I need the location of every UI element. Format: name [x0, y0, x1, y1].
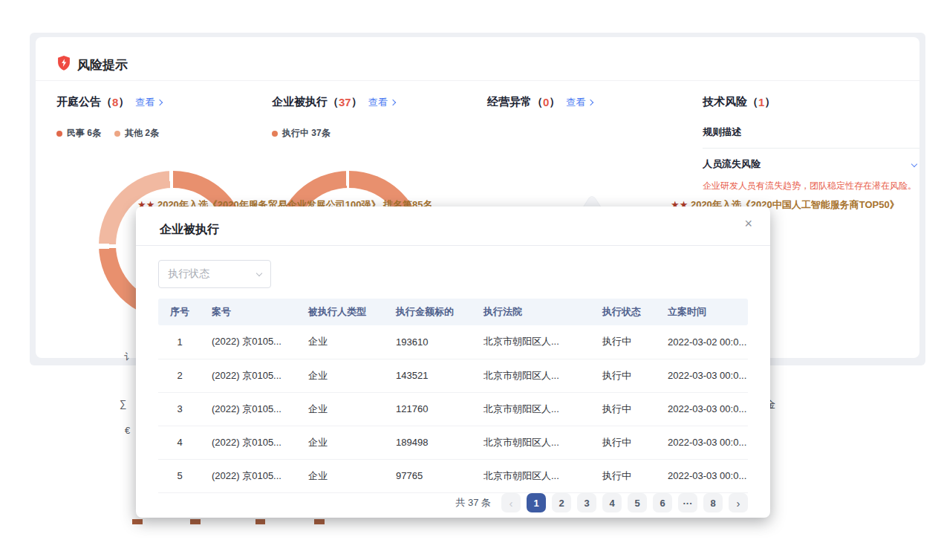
section-title-tech: 技术风险 （1）: [703, 95, 919, 109]
modal-header-divider: [136, 245, 770, 246]
count-badge: 37: [339, 96, 351, 108]
cell-4: 北京市朝阳区人...: [473, 459, 592, 492]
chevron-down-icon: [256, 270, 262, 276]
risk-item-row[interactable]: 人员流失风险: [703, 157, 919, 171]
cell-1: (2022) 京0105...: [201, 359, 298, 392]
column-header-2: 被执行人类型: [298, 299, 385, 325]
table-row: 2(2022) 京0105...企业143521北京市朝阳区人...执行中202…: [158, 359, 748, 392]
cell-5: 执行中: [592, 359, 657, 392]
view-link-enforcement[interactable]: 查看: [368, 96, 395, 109]
column-header-3: 执行金额标的: [385, 299, 473, 325]
cell-2: 企业: [298, 392, 385, 426]
pagination-page-8[interactable]: 8: [703, 493, 723, 512]
cell-4: 北京市朝阳区人...: [473, 359, 592, 392]
legend-item: 其他 2条: [114, 127, 159, 140]
occluded-bar-fragment: [255, 519, 265, 524]
cell-5: 执行中: [592, 459, 657, 492]
shield-bolt-icon: [56, 55, 71, 74]
header-divider: [36, 80, 919, 81]
cell-2: 企业: [298, 426, 385, 459]
cell-5: 执行中: [592, 325, 657, 359]
cell-1: (2022) 京0105...: [201, 459, 298, 492]
view-link-abnormal[interactable]: 查看: [566, 96, 593, 109]
cell-0: 4: [158, 426, 201, 459]
cell-4: 北京市朝阳区人...: [473, 426, 592, 459]
cell-5: 执行中: [592, 392, 657, 426]
chevron-down-icon[interactable]: [911, 161, 917, 167]
cell-1: (2022) 京0105...: [201, 325, 298, 359]
risk-item-title: 人员流失风险: [703, 157, 761, 171]
table-body: 1(2022) 京0105...企业193610北京市朝阳区人...执行中202…: [158, 325, 748, 492]
cell-0: 5: [158, 459, 201, 492]
table-row: 3(2022) 京0105...企业121760北京市朝阳区人...执行中202…: [158, 392, 748, 426]
total-count-label: 共 37 条: [455, 496, 491, 509]
pagination-page-5[interactable]: 5: [628, 493, 647, 512]
cell-2: 企业: [298, 459, 385, 492]
cell-3: 97765: [385, 459, 473, 492]
column-header-5: 执行状态: [592, 299, 657, 325]
pagination: 共 37 条 ‹123456···8›: [455, 493, 748, 512]
pagination-page-4[interactable]: 4: [602, 493, 622, 512]
chevron-right-icon: [587, 99, 593, 105]
enforcement-table: 序号案号被执行人类型执行金额标的执行法院执行状态立案时间 1(2022) 京01…: [158, 299, 748, 493]
cell-3: 143521: [385, 359, 473, 392]
pagination-ellipsis[interactable]: ···: [678, 493, 697, 512]
cell-2: 企业: [298, 325, 385, 359]
occluded-bar-fragment: [190, 519, 201, 524]
execution-status-select[interactable]: 执行状态: [158, 260, 271, 288]
cell-0: 2: [158, 359, 201, 392]
enforcement-modal: 企业被执行 × 执行状态 序号案号被执行人类型执行金额标的执行法院执行状态立案时…: [136, 206, 770, 518]
cell-1: (2022) 京0105...: [201, 392, 298, 426]
screen: 风险提示 开庭公告 （8） 查看 民事 6条 其他 2条 企业被执行 （37） …: [0, 0, 941, 560]
table-row: 4(2022) 京0105...企业189498北京市朝阳区人...执行中202…: [158, 426, 748, 459]
risk-item-description: 企业研发人员有流失趋势，团队稳定性存在潜在风险。: [703, 180, 919, 192]
section-title-enforcement: 企业被执行 （37） 查看: [272, 95, 480, 109]
pagination-page-6[interactable]: 6: [653, 493, 672, 512]
rule-description-label: 规则描述: [703, 126, 919, 139]
section-enforcement: 企业被执行 （37） 查看 执行中 37条: [272, 95, 480, 140]
occluded-text-fragment: €: [125, 425, 130, 436]
view-link-court[interactable]: 查看: [135, 96, 162, 109]
modal-title: 企业被执行: [160, 222, 219, 238]
section-title-court: 开庭公告 （8） 查看: [56, 95, 264, 109]
section-title-abnormal: 经营异常 （0） 查看: [487, 95, 695, 109]
legend-item: 民事 6条: [56, 127, 101, 140]
cell-0: 1: [158, 325, 201, 359]
pagination-page-2[interactable]: 2: [552, 493, 571, 512]
count-badge: 1: [758, 96, 764, 108]
pagination-page-3[interactable]: 3: [577, 493, 596, 512]
panel-title: 风险提示: [77, 56, 128, 74]
count-badge: 8: [112, 96, 118, 108]
cell-6: 2022-03-03 00:0...: [657, 392, 748, 426]
section-court-announcements: 开庭公告 （8） 查看 民事 6条 其他 2条: [56, 95, 264, 140]
column-header-6: 立案时间: [657, 299, 748, 325]
column-header-1: 案号: [201, 299, 298, 325]
select-placeholder: 执行状态: [168, 267, 209, 281]
cell-3: 121760: [385, 392, 473, 426]
cell-3: 189498: [385, 426, 473, 459]
pagination-page-1[interactable]: 1: [527, 493, 546, 512]
column-header-0: 序号: [158, 299, 201, 325]
legend-enforcement: 执行中 37条: [272, 127, 480, 140]
table-row: 1(2022) 京0105...企业193610北京市朝阳区人...执行中202…: [158, 325, 748, 359]
section-abnormal-operation: 经营异常 （0） 查看: [487, 95, 695, 109]
cell-6: 2022-03-03 00:0...: [657, 459, 748, 492]
column-header-4: 执行法院: [473, 299, 592, 325]
count-badge: 0: [543, 96, 549, 108]
chevron-right-icon: [157, 99, 163, 105]
cell-3: 193610: [385, 325, 473, 359]
occluded-text-fragment: 讠: [124, 351, 134, 364]
chevron-right-icon: [389, 99, 395, 105]
cell-6: 2022-03-03 00:0...: [657, 426, 748, 459]
pagination-prev[interactable]: ‹: [501, 493, 521, 512]
pagination-next[interactable]: ›: [729, 493, 748, 512]
close-icon[interactable]: ×: [744, 217, 752, 230]
legend-item: 执行中 37条: [272, 127, 331, 140]
cell-4: 北京市朝阳区人...: [473, 325, 592, 359]
occluded-bar-fragment: [314, 519, 325, 524]
legend-dot-icon: [114, 131, 120, 137]
risk-panel-header: 风险提示: [56, 55, 128, 74]
section-tech-risk: 技术风险 （1） 规则描述 人员流失风险 企业研发人员有流失趋势，团队稳定性存在…: [703, 95, 919, 192]
occluded-text-fragment: ∑: [120, 398, 126, 409]
cell-2: 企业: [298, 359, 385, 392]
